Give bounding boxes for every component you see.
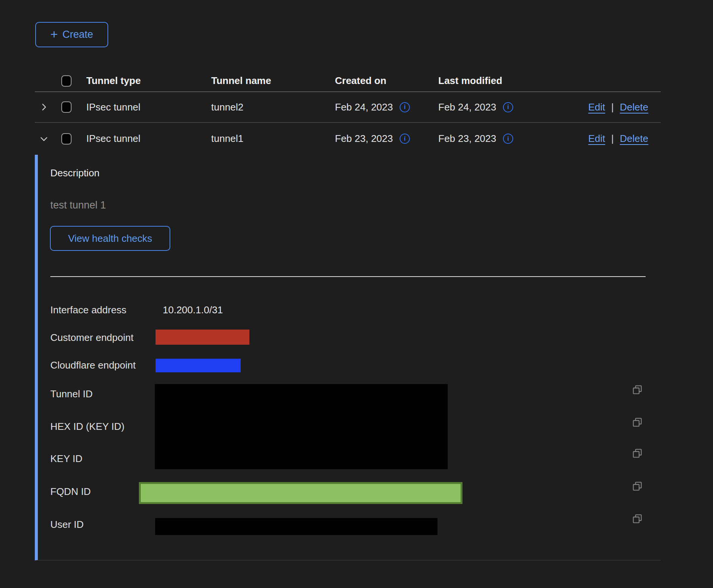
copy-key-id-button[interactable] (632, 448, 643, 459)
cloudflare-endpoint-label: Cloudflare endpoint (50, 359, 136, 371)
row-checkbox[interactable] (61, 133, 72, 145)
section-divider (50, 276, 646, 277)
info-icon[interactable]: i (400, 102, 410, 112)
tunnel-type-cell: IPsec tunnel (86, 133, 211, 145)
key-id-label: KEY ID (50, 453, 83, 464)
description-label: Description (50, 167, 100, 179)
copy-icon (632, 384, 643, 395)
info-icon[interactable]: i (503, 102, 513, 112)
header-created-on: Created on (335, 75, 438, 87)
header-last-modified: Last modified (438, 75, 537, 87)
info-icon[interactable]: i (503, 134, 513, 144)
tunnels-page: + Create Tunnel type Tunnel name Created… (0, 0, 713, 588)
table-header-row: Tunnel type Tunnel name Created on Last … (35, 70, 661, 92)
delete-link[interactable]: Delete (620, 133, 648, 145)
tunnels-table: Tunnel type Tunnel name Created on Last … (35, 70, 661, 560)
tunnel-id-label: Tunnel ID (50, 388, 93, 400)
expand-row-button[interactable] (39, 102, 49, 112)
hex-id-label: HEX ID (KEY ID) (50, 421, 125, 432)
created-on-cell: Feb 23, 2023 (335, 133, 393, 145)
copy-user-id-button[interactable] (632, 513, 643, 524)
table-row: IPsec tunnel tunnel1 Feb 23, 2023 i Feb … (35, 123, 661, 155)
copy-hex-id-button[interactable] (632, 417, 643, 428)
chevron-right-icon (39, 102, 49, 112)
customer-endpoint-label: Customer endpoint (50, 332, 134, 343)
tunnel-detail-panel: Description test tunnel 1 View health ch… (35, 155, 661, 560)
create-button-label: Create (62, 29, 93, 40)
cloudflare-endpoint-redacted-value (156, 359, 241, 372)
copy-icon (632, 448, 643, 459)
chevron-down-icon (39, 134, 49, 144)
copy-icon (632, 417, 643, 428)
link-separator: | (611, 133, 614, 145)
description-value: test tunnel 1 (50, 199, 106, 211)
header-tunnel-name: Tunnel name (211, 75, 335, 87)
tunnel-id-redacted-value (155, 384, 448, 469)
edit-link[interactable]: Edit (588, 133, 605, 145)
fqdn-id-label: FQDN ID (50, 486, 91, 497)
plus-icon: + (50, 28, 58, 40)
last-modified-cell: Feb 23, 2023 (438, 133, 496, 145)
row-checkbox[interactable] (61, 101, 72, 113)
link-separator: | (611, 101, 614, 113)
view-health-checks-button[interactable]: View health checks (50, 226, 170, 251)
select-all-checkbox[interactable] (61, 75, 72, 87)
header-tunnel-type: Tunnel type (86, 75, 211, 87)
table-row: IPsec tunnel tunnel2 Feb 24, 2023 i Feb … (35, 92, 661, 123)
copy-fqdn-id-button[interactable] (632, 481, 643, 492)
user-id-redacted-value (155, 518, 437, 535)
edit-link[interactable]: Edit (588, 101, 605, 113)
create-button[interactable]: + Create (35, 22, 108, 47)
copy-tunnel-id-button[interactable] (632, 384, 643, 395)
created-on-cell: Feb 24, 2023 (335, 101, 393, 113)
delete-link[interactable]: Delete (620, 101, 648, 113)
tunnel-name-cell: tunnel2 (211, 101, 335, 113)
copy-icon (632, 513, 643, 524)
customer-endpoint-redacted-value (156, 330, 249, 345)
copy-icon (632, 481, 643, 492)
info-icon[interactable]: i (400, 134, 410, 144)
interface-address-value: 10.200.1.0/31 (163, 304, 223, 316)
fqdn-id-redacted-value (139, 482, 462, 504)
interface-address-label: Interface address (50, 304, 126, 316)
user-id-label: User ID (50, 519, 84, 530)
tunnel-type-cell: IPsec tunnel (86, 101, 211, 113)
collapse-row-button[interactable] (39, 134, 49, 144)
tunnel-name-cell: tunnel1 (211, 133, 335, 145)
last-modified-cell: Feb 24, 2023 (438, 101, 496, 113)
header-checkbox-cell (61, 75, 86, 87)
